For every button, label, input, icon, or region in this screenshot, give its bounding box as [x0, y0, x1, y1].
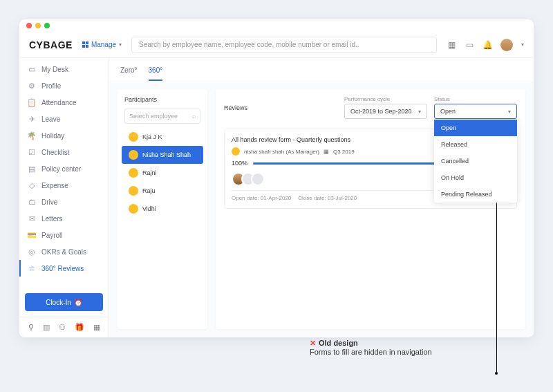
participant-item[interactable]: Raju — [124, 182, 200, 200]
nav-label: Leave — [41, 115, 60, 123]
person-icon[interactable]: ⚲ — [28, 323, 34, 332]
participant-name: Rajni — [142, 169, 157, 176]
participants-title: Participants — [124, 96, 200, 103]
inbox-icon[interactable]: ▭ — [465, 40, 474, 50]
manage-menu[interactable]: Manage ▾ — [82, 41, 122, 48]
close-window-icon[interactable] — [26, 23, 32, 28]
bell-icon[interactable]: 🔔 — [482, 40, 492, 50]
sidebar-item-my-desk[interactable]: ▭My Desk — [19, 61, 109, 77]
sidebar-item-profile[interactable]: ⚙Profile — [19, 77, 109, 94]
sidebar-item-policy-center[interactable]: ▤Policy center — [19, 160, 109, 177]
nav-label: Policy center — [41, 165, 81, 173]
participant-list: Kja J KNisha Shah ShahRajniRajuVidhi — [124, 128, 200, 218]
nav-label: Attendance — [41, 99, 77, 106]
participant-item[interactable]: Nisha Shah Shah — [122, 146, 203, 164]
chevron-down-icon: ▾ — [418, 109, 421, 115]
list-icon[interactable]: ▥ — [43, 323, 50, 332]
sidebar-item-payroll[interactable]: 💳Payroll — [19, 227, 109, 243]
participant-item[interactable]: Vidhi — [124, 200, 200, 218]
nav-list: ▭My Desk⚙Profile📋Attendance✈Leave🌴Holida… — [19, 58, 109, 288]
search-placeholder: Search by employee name, employee code, … — [139, 41, 359, 48]
review-period: Q3 2019 — [333, 149, 355, 155]
nav-label: Letters — [41, 215, 63, 223]
nav-icon: ▭ — [28, 65, 36, 73]
nav-icon: ✉ — [28, 214, 36, 223]
org-icon[interactable]: ⚇ — [59, 323, 66, 332]
participant-name: Vidhi — [142, 205, 156, 212]
clock-in-button[interactable]: Clock-In ⏰ — [25, 293, 103, 311]
participant-name: Nisha Shah Shah — [142, 151, 191, 158]
nav-icon: ✈ — [28, 115, 36, 123]
reviewer-avatar-icon — [232, 147, 240, 156]
nav-icon: 💳 — [28, 231, 36, 239]
status-select[interactable]: Open ▾ — [434, 104, 517, 119]
avatar-icon — [129, 150, 138, 160]
cycle-select[interactable]: Oct-2019 to Sep-2020 ▾ — [344, 104, 427, 119]
gift-icon[interactable]: 🎁 — [75, 323, 84, 332]
sidebar-item-holiday[interactable]: 🌴Holiday — [19, 127, 109, 144]
sidebar-item-okrs-goals[interactable]: ◎OKRs & Goals — [19, 243, 109, 260]
sidebar-item-expense[interactable]: ◇Expense — [19, 177, 109, 194]
annotation-text: ✕Old design Forms to fill are hidden in … — [310, 339, 432, 356]
calendar-small-icon[interactable]: ▦ — [93, 323, 100, 332]
cycle-filter: Performance cycle Oct-2019 to Sep-2020 ▾ — [344, 96, 427, 119]
app-window: CYBAGE Manage ▾ Search by employee name,… — [19, 19, 534, 337]
tab-360[interactable]: 360° — [149, 64, 163, 81]
app-body: ▭My Desk⚙Profile📋Attendance✈Leave🌴Holida… — [19, 58, 534, 337]
reviewer-name: nisha shah shah (As Manager) — [244, 149, 319, 155]
progress-pct: 100% — [232, 160, 247, 167]
sidebar-item-360-reviews[interactable]: ☆360° Reviews — [19, 260, 109, 277]
global-search-input[interactable]: Search by employee name, employee code, … — [131, 37, 437, 53]
status-option[interactable]: Open — [434, 120, 517, 136]
sidebar: ▭My Desk⚙Profile📋Attendance✈Leave🌴Holida… — [19, 58, 109, 337]
nav-label: 360° Reviews — [41, 265, 84, 272]
participant-search-placeholder: Search employee — [129, 113, 178, 120]
sidebar-item-letters[interactable]: ✉Letters — [19, 210, 109, 227]
status-dropdown: OpenReleasedCancelledOn HoldPending Rele… — [434, 120, 517, 203]
nav-label: Payroll — [41, 232, 63, 239]
status-option[interactable]: On Hold — [434, 169, 517, 186]
search-icon: ⌕ — [192, 113, 196, 120]
participant-name: Raju — [142, 187, 156, 194]
calendar-icon: ▦ — [324, 149, 329, 155]
avatar-icon — [129, 186, 138, 196]
cycle-value: Oct-2019 to Sep-2020 — [350, 108, 412, 115]
sidebar-item-drive[interactable]: 🗀Drive — [19, 194, 109, 210]
sidebar-item-checklist[interactable]: ☑Checklist — [19, 144, 109, 160]
x-icon: ✕ — [310, 339, 316, 347]
avatar-icon — [129, 168, 138, 178]
sidebar-item-leave[interactable]: ✈Leave — [19, 111, 109, 127]
participant-name: Kja J K — [142, 133, 162, 140]
status-option[interactable]: Cancelled — [434, 153, 517, 169]
nav-label: Checklist — [41, 149, 70, 156]
status-option[interactable]: Released — [434, 136, 517, 153]
maximize-window-icon[interactable] — [44, 23, 50, 28]
header-actions: ▦ ▭ 🔔 ▾ — [447, 39, 524, 51]
nav-label: Expense — [41, 182, 68, 189]
nav-icon: ☑ — [28, 148, 36, 156]
participant-item[interactable]: Kja J K — [124, 128, 200, 146]
close-date: Close date: 03-Jul-2020 — [298, 195, 357, 201]
status-option[interactable]: Pending Released — [434, 186, 517, 203]
main-area: Zero°360° Participants Search employee ⌕… — [109, 58, 534, 337]
participant-search-input[interactable]: Search employee ⌕ — [124, 109, 200, 124]
tab-zero[interactable]: Zero° — [120, 64, 138, 81]
tabs: Zero°360° — [109, 58, 534, 81]
app-header: CYBAGE Manage ▾ Search by employee name,… — [19, 32, 534, 58]
nav-label: My Desk — [41, 66, 68, 73]
nav-label: OKRs & Goals — [41, 248, 86, 256]
chevron-down-icon[interactable]: ▾ — [521, 41, 524, 48]
annotation-heading: Old design — [319, 339, 358, 347]
nav-icon: ☆ — [28, 264, 36, 272]
participant-item[interactable]: Rajni — [124, 164, 200, 182]
minimize-window-icon[interactable] — [35, 23, 41, 28]
sidebar-item-attendance[interactable]: 📋Attendance — [19, 94, 109, 111]
manage-label: Manage — [91, 41, 116, 48]
status-value: Open — [440, 108, 456, 115]
nav-label: Profile — [41, 82, 61, 90]
calendar-icon[interactable]: ▦ — [447, 40, 456, 50]
avatar-icon — [129, 204, 138, 214]
user-avatar[interactable] — [500, 39, 513, 51]
window-titlebar — [19, 19, 534, 32]
clock-icon: ⏰ — [74, 299, 82, 306]
